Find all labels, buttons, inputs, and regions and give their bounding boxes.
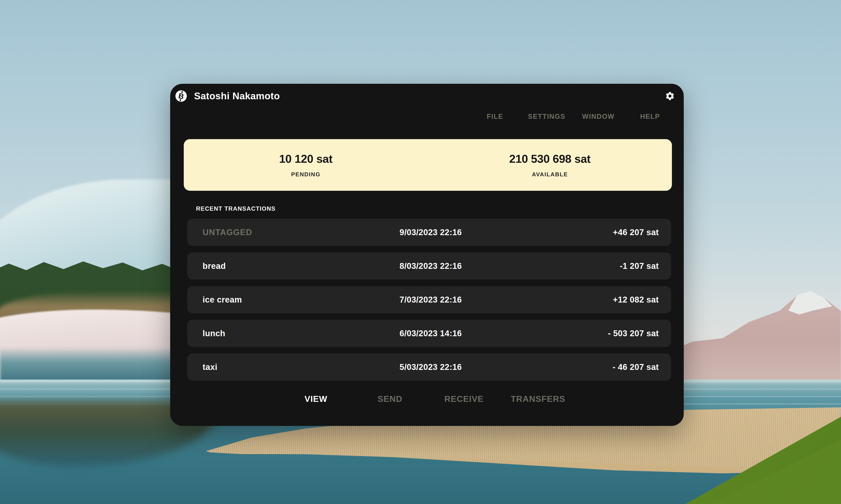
wallet-title: Satoshi Nakamoto: [194, 91, 280, 102]
transaction-tag: bread: [203, 262, 226, 271]
available-balance: 210 530 698 sat AVAILABLE: [428, 139, 672, 191]
transaction-amount: +12 082 sat: [613, 295, 659, 305]
menu-item-settings[interactable]: SETTINGS: [521, 113, 572, 120]
transaction-amount: -1 207 sat: [620, 262, 659, 271]
transaction-row[interactable]: taxi 5/03/2023 22:16 - 46 207 sat: [187, 354, 671, 381]
transaction-row[interactable]: UNTAGGED 9/03/2023 22:16 +46 207 sat: [187, 219, 671, 246]
transaction-amount: - 46 207 sat: [613, 362, 659, 372]
transaction-row[interactable]: lunch 6/03/2023 14:16 - 503 207 sat: [187, 320, 671, 347]
transaction-tag: ice cream: [203, 295, 242, 305]
menu-item-help[interactable]: HELP: [624, 113, 676, 120]
menu-item-window[interactable]: WINDOW: [572, 113, 624, 120]
pending-value: 10 120 sat: [279, 152, 332, 165]
bottom-nav: VIEW SEND RECEIVE TRANSFERS: [170, 394, 684, 404]
transaction-tag: UNTAGGED: [203, 228, 252, 237]
transaction-date: 6/03/2023 14:16: [399, 329, 462, 338]
pending-balance: 10 120 sat PENDING: [184, 139, 428, 191]
wallet-window: B Satoshi Nakamoto FILE SETTINGS WINDOW …: [170, 84, 684, 426]
transaction-date: 5/03/2023 22:16: [399, 362, 462, 372]
bitcoin-b-glyph: B: [178, 92, 185, 101]
nav-item-transfers[interactable]: TRANSFERS: [501, 394, 575, 404]
menu-bar: FILE SETTINGS WINDOW HELP: [170, 113, 684, 120]
menu-item-file[interactable]: FILE: [469, 113, 521, 120]
transaction-date: 8/03/2023 22:16: [399, 262, 462, 271]
available-label: AVAILABLE: [532, 171, 568, 178]
transaction-tag: lunch: [203, 329, 225, 338]
bitcoin-tick-bottom: [179, 99, 181, 101]
nav-item-view[interactable]: VIEW: [279, 394, 353, 404]
pending-label: PENDING: [291, 171, 321, 178]
available-value: 210 530 698 sat: [509, 152, 590, 165]
transaction-amount: - 503 207 sat: [608, 329, 659, 338]
transaction-date: 9/03/2023 22:16: [399, 228, 462, 237]
transaction-row[interactable]: bread 8/03/2023 22:16 -1 207 sat: [187, 252, 671, 280]
gear-icon[interactable]: [665, 91, 675, 101]
transaction-tag: taxi: [203, 362, 217, 372]
transaction-amount: +46 207 sat: [613, 228, 659, 237]
titlebar: B Satoshi Nakamoto: [170, 84, 684, 102]
balance-card: 10 120 sat PENDING 210 530 698 sat AVAIL…: [184, 139, 672, 191]
transactions-heading: RECENT TRANSACTIONS: [196, 205, 684, 212]
transactions-list: UNTAGGED 9/03/2023 22:16 +46 207 sat bre…: [187, 219, 671, 381]
transaction-row[interactable]: ice cream 7/03/2023 22:16 +12 082 sat: [187, 286, 671, 313]
bitcoin-icon: B: [175, 90, 187, 102]
transaction-date: 7/03/2023 22:16: [399, 295, 462, 305]
nav-item-send[interactable]: SEND: [353, 394, 427, 404]
nav-item-receive[interactable]: RECEIVE: [427, 394, 501, 404]
